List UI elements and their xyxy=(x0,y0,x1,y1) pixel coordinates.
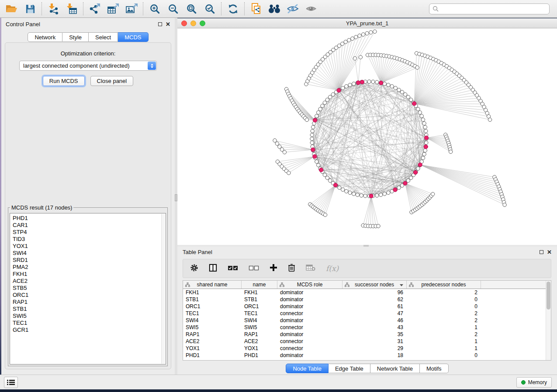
tab-mcds[interactable]: MCDS xyxy=(118,32,148,42)
minimize-window-icon[interactable] xyxy=(190,21,196,26)
new-column-button[interactable] xyxy=(270,264,277,273)
mcds-result-item[interactable]: SWI5 xyxy=(13,313,166,320)
column-header-MCDS-role[interactable]: MCDS role xyxy=(277,281,343,289)
tab-network-table[interactable]: Network Table xyxy=(370,364,420,373)
mcds-result-item[interactable]: GCR1 xyxy=(13,327,166,334)
hide-selected-button[interactable] xyxy=(284,1,302,17)
close-window-icon[interactable] xyxy=(181,21,187,26)
tab-edge-table[interactable]: Edge Table xyxy=(329,364,370,373)
table-body: FKH1FKH1dominator962STB1STB1dominator620… xyxy=(183,289,551,359)
close-panel-button[interactable]: Close panel xyxy=(90,76,134,86)
table-row[interactable]: SWI5SWI5connector431 xyxy=(183,324,551,331)
eye-slash-icon xyxy=(286,3,299,14)
table-row[interactable]: PHD1PHD1dominator180 xyxy=(183,352,551,359)
import-table-icon xyxy=(66,3,78,15)
close-panel-icon[interactable]: ✕ xyxy=(547,249,552,255)
open-session-button[interactable] xyxy=(3,1,21,17)
memory-button[interactable]: Memory xyxy=(516,377,552,388)
mcds-result-item[interactable]: SWI4 xyxy=(13,250,166,257)
export-table-button[interactable] xyxy=(104,1,122,17)
mcds-result-item[interactable]: TID3 xyxy=(13,236,166,243)
column-header-predecessor-nodes[interactable]: predecessor nodes xyxy=(407,281,481,289)
zoom-selected-button[interactable] xyxy=(201,1,219,17)
close-panel-icon[interactable]: ✕ xyxy=(166,21,170,27)
mcds-result-item[interactable]: STP4 xyxy=(13,229,166,236)
cell-successor-nodes: 29 xyxy=(343,345,407,352)
network-window-titlebar[interactable]: YPA_prune.txt_1 xyxy=(177,18,557,28)
delete-table-button[interactable] xyxy=(306,264,315,273)
tab-select[interactable]: Select xyxy=(89,32,118,42)
mcds-result-item[interactable]: STB1 xyxy=(13,306,166,313)
first-neighbors-button[interactable] xyxy=(265,1,284,17)
tab-style[interactable]: Style xyxy=(62,32,89,42)
tab-network[interactable]: Network xyxy=(28,32,62,42)
export-image-button[interactable] xyxy=(122,1,141,17)
zoom-in-button[interactable] xyxy=(145,1,164,17)
scrollbar-thumb[interactable] xyxy=(547,282,550,309)
mcds-result-item[interactable]: ORC1 xyxy=(13,292,166,299)
mcds-result-item[interactable]: STB5 xyxy=(13,285,166,292)
table-row[interactable]: ACE2ACE2connector311 xyxy=(183,338,551,345)
run-mcds-button[interactable]: Run MCDS xyxy=(43,76,85,86)
toolbar-separator xyxy=(244,2,245,15)
duplicate-network-button[interactable] xyxy=(247,1,265,17)
show-columns-button[interactable] xyxy=(209,264,217,274)
network-list-button[interactable] xyxy=(4,377,18,388)
function-builder-button[interactable]: f(x) xyxy=(326,264,339,273)
table-scrollbar[interactable] xyxy=(546,281,551,360)
list-scrollbar[interactable] xyxy=(161,214,165,364)
float-panel-icon[interactable] xyxy=(158,22,162,26)
refresh-view-button[interactable] xyxy=(224,1,242,17)
import-table-button[interactable] xyxy=(62,1,81,17)
column-label: name xyxy=(253,282,266,288)
mcds-result-item[interactable]: FKH1 xyxy=(13,271,166,278)
table-row[interactable]: FKH1FKH1dominator962 xyxy=(183,289,551,296)
table-row[interactable]: SWI4SWI4dominator462 xyxy=(183,317,551,324)
search-input[interactable] xyxy=(441,4,549,13)
zoom-out-button[interactable] xyxy=(164,1,182,17)
column-header-shared-name[interactable]: shared name xyxy=(183,281,242,289)
select-all-icon xyxy=(228,265,238,271)
cell-name: TEC1 xyxy=(242,310,277,317)
table-row[interactable]: TEC1TEC1connector472 xyxy=(183,310,551,317)
zoom-fit-button[interactable] xyxy=(182,1,201,17)
mcds-result-item[interactable]: PMA2 xyxy=(13,264,166,271)
cell-filler xyxy=(481,338,551,345)
column-header-name[interactable]: name xyxy=(242,281,277,289)
table-options-button[interactable] xyxy=(190,264,198,274)
delete-columns-button[interactable] xyxy=(288,263,295,274)
tab-node-table[interactable]: Node Table xyxy=(286,364,329,373)
cell-shared-name: FKH1 xyxy=(183,289,242,296)
export-table-icon xyxy=(107,3,120,15)
mcds-result-item[interactable]: ACE2 xyxy=(13,278,166,285)
mcds-result-list[interactable]: PHD1CAR1STP4TID3YOX1SWI4SRD1PMA2FKH1ACE2… xyxy=(10,213,166,364)
deselect-all-button[interactable] xyxy=(249,265,259,272)
maximize-window-icon[interactable] xyxy=(200,21,205,26)
table-row[interactable]: STB1STB1dominator620 xyxy=(183,296,551,303)
import-network-button[interactable] xyxy=(44,1,62,17)
cell-successor-nodes: 62 xyxy=(343,296,407,303)
select-all-button[interactable] xyxy=(228,265,238,272)
save-session-button[interactable] xyxy=(21,1,39,17)
node-table: shared namenameMCDS rolesuccessor nodesp… xyxy=(183,280,551,361)
mcds-result-item[interactable]: TEC1 xyxy=(13,320,166,327)
column-header-successor-nodes[interactable]: successor nodes xyxy=(343,281,407,289)
table-row[interactable]: YOX1YOX1connector291 xyxy=(183,345,551,352)
cell-predecessor-nodes: 0 xyxy=(407,303,481,310)
tab-motifs[interactable]: Motifs xyxy=(420,364,449,373)
search-box[interactable] xyxy=(429,3,550,14)
table-row[interactable]: ORC1ORC1dominator610 xyxy=(183,303,551,310)
mcds-result-item[interactable]: CAR1 xyxy=(13,222,166,229)
export-network-button[interactable] xyxy=(86,1,104,17)
show-all-button[interactable] xyxy=(302,1,320,17)
cell-MCDS-role: dominator xyxy=(277,303,343,310)
mcds-result-item[interactable]: RAP1 xyxy=(13,299,166,306)
float-panel-icon[interactable] xyxy=(540,250,543,254)
network-view[interactable] xyxy=(177,28,557,245)
mcds-result-item[interactable]: YOX1 xyxy=(13,243,166,250)
optimization-select[interactable]: largest connected component (undirected) xyxy=(19,61,157,71)
table-row[interactable]: RAP1RAP1dominator352 xyxy=(183,331,551,338)
mcds-result-item[interactable]: SRD1 xyxy=(13,257,166,264)
mcds-result-item[interactable]: PHD1 xyxy=(13,215,166,222)
zoom-in-icon xyxy=(149,3,160,14)
